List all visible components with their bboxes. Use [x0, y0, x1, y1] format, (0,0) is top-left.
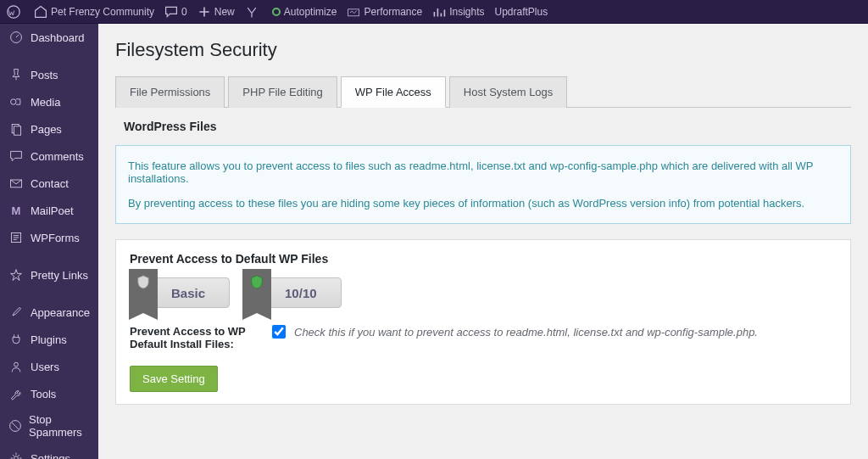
badge-basic: Basic: [130, 277, 230, 308]
sidebar-item-pages[interactable]: Pages: [0, 115, 98, 143]
svg-point-3: [11, 99, 16, 104]
updraft-label: UpdraftPlus: [495, 6, 548, 18]
sidebar-item-label: WPForms: [31, 232, 80, 244]
card-title: Prevent Access to Default WP Files: [130, 252, 837, 266]
tab-file-permissions[interactable]: File Permissions: [115, 76, 225, 108]
sidebar-item-label: Pretty Links: [31, 269, 88, 282]
badge-score: 10/10: [243, 277, 342, 308]
stop-icon: [8, 418, 22, 434]
comments-link[interactable]: 0: [164, 0, 187, 23]
tabs: File Permissions PHP File Editing WP Fil…: [115, 76, 851, 108]
settings-card: Prevent Access to Default WP Files Basic…: [115, 239, 851, 405]
wrench-icon: [8, 386, 24, 401]
admin-sidebar: Dashboard Posts Media Pages Comments Con…: [0, 24, 98, 459]
sidebar-item-label: Settings: [31, 452, 70, 460]
gear-icon: [8, 451, 24, 459]
sidebar-item-contact[interactable]: Contact: [0, 170, 98, 197]
form-row: Prevent Access to WP Default Install Fil…: [130, 325, 837, 350]
sidebar-item-settings[interactable]: Settings: [0, 445, 98, 459]
svg-rect-5: [14, 126, 21, 135]
info-box: This feature allows you to prevent acces…: [115, 145, 851, 224]
insights-label: Insights: [449, 6, 484, 18]
comment-icon: [8, 148, 24, 164]
prevent-access-checkbox[interactable]: [272, 325, 286, 339]
sidebar-item-label: Users: [31, 361, 59, 373]
tab-wp-file-access[interactable]: WP File Access: [341, 76, 446, 108]
tab-php-file-editing[interactable]: PHP File Editing: [228, 76, 337, 108]
mail-icon: [8, 176, 24, 191]
badge-basic-label: Basic: [171, 286, 205, 300]
new-link[interactable]: New: [198, 0, 235, 23]
sidebar-item-label: Appearance: [31, 306, 90, 319]
section-title: WordPress Files: [124, 120, 851, 133]
performance-link[interactable]: Performance: [347, 0, 422, 23]
sidebar-item-wpforms[interactable]: WPForms: [0, 224, 98, 251]
brush-icon: [8, 305, 24, 320]
sidebar-item-media[interactable]: Media: [0, 88, 98, 115]
sidebar-item-label: Stop Spammers: [29, 413, 90, 439]
autoptimize-label: Autoptimize: [284, 6, 337, 18]
media-icon: [8, 94, 24, 109]
new-label: New: [214, 6, 235, 18]
site-name: Pet Frenzy Community: [51, 6, 154, 18]
sidebar-item-posts[interactable]: Posts: [0, 61, 98, 88]
sidebar-item-comments[interactable]: Comments: [0, 143, 98, 170]
circle-icon: [272, 8, 281, 16]
yoast-link[interactable]: [245, 0, 262, 23]
autoptimize-link[interactable]: Autoptimize: [272, 0, 337, 23]
sidebar-item-label: Contact: [31, 177, 69, 190]
form-icon: [8, 230, 24, 245]
sidebar-item-label: Media: [31, 96, 60, 109]
insights-link[interactable]: Insights: [432, 0, 484, 23]
checkbox-label: Check this if you want to prevent access…: [294, 326, 758, 339]
shield-green-icon: [242, 269, 271, 313]
sidebar-item-label: Dashboard: [31, 31, 85, 44]
sidebar-item-mailpoet[interactable]: MMailPoet: [0, 197, 98, 224]
wp-logo[interactable]: [7, 0, 24, 23]
performance-label: Performance: [364, 6, 422, 18]
shield-grey-icon: [129, 269, 158, 313]
form-label: Prevent Access to WP Default Install Fil…: [130, 325, 272, 350]
tab-host-system-logs[interactable]: Host System Logs: [449, 76, 568, 108]
sidebar-item-label: Tools: [31, 388, 56, 400]
comments-count: 0: [181, 6, 187, 18]
sidebar-item-label: Comments: [31, 150, 84, 163]
form-field: Check this if you want to prevent access…: [272, 325, 758, 339]
main-content: Filesystem Security File Permissions PHP…: [98, 24, 868, 420]
sidebar-item-dashboard[interactable]: Dashboard: [0, 24, 98, 51]
info-text-1: This feature allows you to prevent acces…: [128, 160, 838, 185]
info-text-2: By preventing access to these files you …: [128, 197, 838, 210]
sidebar-item-label: MailPoet: [31, 204, 74, 217]
page-title: Filesystem Security: [115, 39, 851, 61]
user-icon: [8, 359, 24, 374]
badge-score-label: 10/10: [285, 286, 317, 300]
plug-icon: [8, 332, 24, 347]
site-link[interactable]: Pet Frenzy Community: [34, 0, 154, 23]
pin-icon: [8, 67, 24, 82]
sidebar-item-appearance[interactable]: Appearance: [0, 299, 98, 326]
sidebar-item-users[interactable]: Users: [0, 353, 98, 380]
svg-point-8: [14, 362, 19, 367]
sidebar-item-tools[interactable]: Tools: [0, 380, 98, 407]
svg-point-10: [14, 456, 19, 459]
star-icon: [8, 267, 24, 283]
sidebar-item-label: Plugins: [31, 333, 67, 346]
sidebar-item-plugins[interactable]: Plugins: [0, 326, 98, 353]
sidebar-item-prettylinks[interactable]: Pretty Links: [0, 261, 98, 288]
badges: Basic 10/10: [130, 277, 837, 308]
save-button[interactable]: Save Setting: [130, 366, 218, 392]
sidebar-item-stopspammers[interactable]: Stop Spammers: [0, 407, 98, 445]
admin-toolbar: Pet Frenzy Community 0 New Autoptimize P…: [0, 0, 868, 24]
m-icon: M: [8, 203, 24, 218]
sidebar-item-label: Posts: [31, 69, 58, 81]
pages-icon: [8, 121, 24, 137]
updraft-link[interactable]: UpdraftPlus: [495, 0, 548, 23]
sidebar-item-label: Pages: [31, 123, 62, 136]
dashboard-icon: [8, 30, 24, 45]
